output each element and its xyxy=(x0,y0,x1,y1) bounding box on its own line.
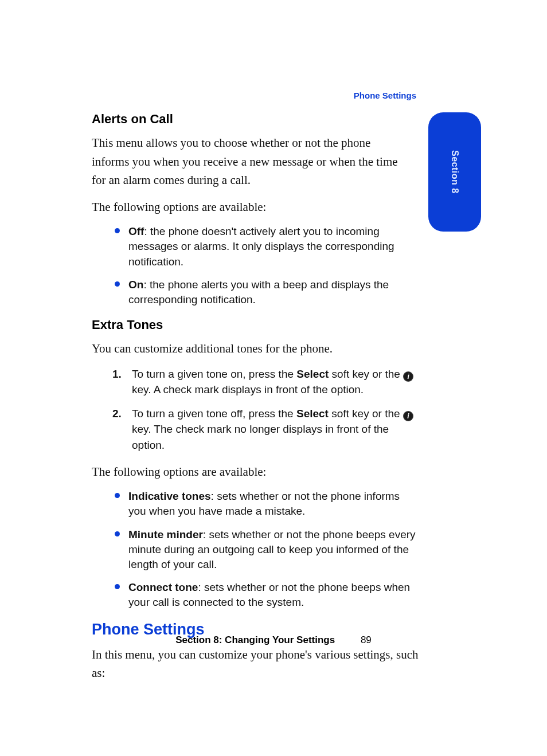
bullet-list-extra-tones: Indicative tones: sets whether or not th… xyxy=(92,489,420,610)
step-item: To turn a given tone off, press the Sele… xyxy=(132,406,420,453)
paragraph-phone-settings-intro: In this menu, you can customize your pho… xyxy=(92,645,420,683)
term-minute-minder: Minute minder xyxy=(128,528,203,540)
select-softkey-label: Select xyxy=(296,408,329,420)
term-off: Off xyxy=(128,225,144,237)
manual-page: Phone Settings Section 8 Alerts on Call … xyxy=(0,0,547,756)
step-item: To turn a given tone on, press the Selec… xyxy=(132,366,420,398)
paragraph-alerts-intro: This menu allows you to choose whether o… xyxy=(92,134,400,190)
step-text: To turn a given tone on, press the xyxy=(132,368,296,380)
step-text: To turn a given tone off, press the xyxy=(132,408,296,420)
running-header: Phone Settings xyxy=(354,91,416,100)
page-footer: Section 8: Changing Your Settings 89 xyxy=(0,634,547,646)
numbered-steps: To turn a given tone on, press the Selec… xyxy=(92,366,420,453)
text-column: Alerts on Call This menu allows you to c… xyxy=(92,112,420,691)
heading-alerts-on-call: Alerts on Call xyxy=(92,112,420,127)
section-thumb-tab: Section 8 xyxy=(428,112,481,232)
term-indicative-tones: Indicative tones xyxy=(128,490,211,502)
heading-extra-tones: Extra Tones xyxy=(92,318,420,332)
term-on: On xyxy=(128,279,143,291)
paragraph-options-available-1: The following options are available: xyxy=(92,198,420,217)
definition-on: : the phone alerts you with a beep and d… xyxy=(128,279,389,305)
step-text: key. The check mark no longer displays i… xyxy=(132,423,389,451)
ok-key-icon: i xyxy=(403,411,413,421)
select-softkey-label: Select xyxy=(296,368,329,380)
bullet-list-alerts: Off: the phone doesn't actively alert yo… xyxy=(92,224,420,307)
ok-key-icon: i xyxy=(403,371,413,382)
step-text: key. A check mark displays in front of t… xyxy=(132,383,364,395)
paragraph-extra-intro: You can customize additional tones for t… xyxy=(92,339,420,358)
footer-section-title: Section 8: Changing Your Settings xyxy=(175,634,335,645)
definition-off: : the phone doesn't actively alert you t… xyxy=(128,225,394,267)
step-text: soft key or the xyxy=(329,408,403,420)
list-item: Indicative tones: sets whether or not th… xyxy=(125,489,420,519)
page-number: 89 xyxy=(361,634,372,646)
term-connect-tone: Connect tone xyxy=(128,581,198,593)
list-item: Minute minder: sets whether or not the p… xyxy=(125,527,420,573)
section-thumb-label: Section 8 xyxy=(428,112,481,232)
list-item: Connect tone: sets whether or not the ph… xyxy=(125,580,420,610)
step-text: soft key or the xyxy=(329,368,403,380)
list-item: Off: the phone doesn't actively alert yo… xyxy=(125,224,420,269)
list-item: On: the phone alerts you with a beep and… xyxy=(125,277,420,307)
paragraph-options-available-2: The following options are available: xyxy=(92,463,420,481)
